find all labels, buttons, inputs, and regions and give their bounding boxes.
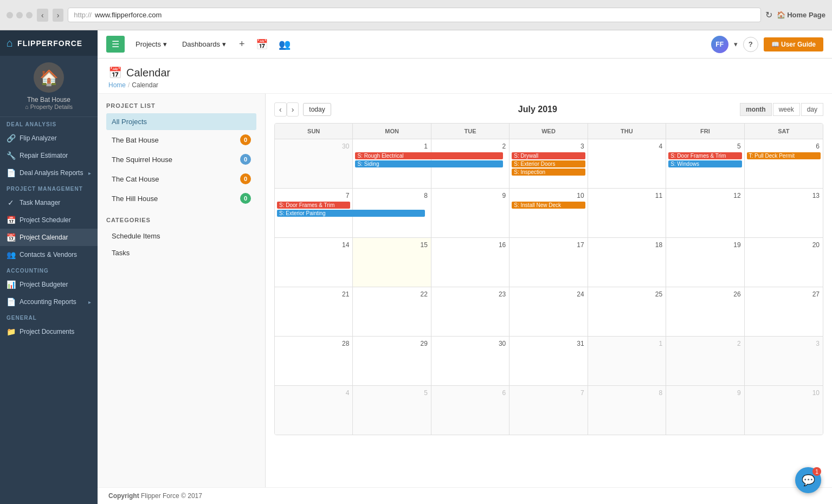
user-avatar[interactable]: FF [711, 36, 728, 53]
calendar-event[interactable]: T: Pull Deck Permit [747, 152, 821, 159]
calendar-cell[interactable]: 31 [509, 337, 588, 385]
sidebar-item-flip-analyzer[interactable]: 🔗 Flip Analyzer [0, 130, 98, 147]
add-button[interactable]: + [237, 36, 247, 52]
calendar-cell[interactable]: 14 [275, 238, 353, 287]
profile-property[interactable]: ⌂ Property Details [7, 104, 91, 110]
page-title-row: 📅 Calendar [108, 66, 821, 79]
calendar-nav-button[interactable]: 📅 [254, 36, 270, 53]
calendar-today-button[interactable]: today [303, 103, 331, 116]
calendar-cell[interactable]: 22 [353, 287, 431, 336]
calendar-cell[interactable]: 5 [353, 386, 431, 435]
sidebar-item-project-documents[interactable]: 📁 Project Documents [0, 323, 98, 340]
projects-nav-link[interactable]: Projects ▾ [131, 38, 171, 50]
calendar-cell[interactable]: 1 S: Rough Electrical S: Siding [353, 139, 431, 188]
sidebar-item-project-scheduler[interactable]: 📅 Project Scheduler [0, 211, 98, 229]
calendar-next-button[interactable]: › [287, 102, 299, 117]
calendar-cell[interactable]: 25 [588, 287, 666, 336]
calendar-prev-button[interactable]: ‹ [274, 102, 287, 117]
calendar-cell[interactable]: 20 [745, 238, 823, 287]
sidebar-item-contacts-vendors[interactable]: 👥 Contacts & Vendors [0, 246, 98, 263]
address-bar[interactable]: http:// www.flipperforce.com [68, 8, 760, 22]
calendar-cell[interactable]: 4 [275, 386, 353, 435]
calendar-week-view-button[interactable]: week [773, 103, 800, 116]
calendar-cell[interactable]: 21 [275, 287, 353, 336]
calendar-cell[interactable]: 28 [275, 337, 353, 385]
sidebar-profile: 🏠 The Bat House ⌂ Property Details [0, 56, 98, 117]
profile-name[interactable]: The Bat House [7, 96, 91, 104]
calendar-cell[interactable]: 8 [353, 189, 431, 237]
hamburger-button[interactable]: ☰ [106, 36, 125, 53]
calendar-week-1: 30 1 S: Rough Electrical S: Siding 2 [275, 139, 823, 189]
calendar-cell[interactable]: 2 [666, 337, 744, 385]
calendar-cell[interactable]: 30 [275, 139, 353, 188]
category-tasks[interactable]: Tasks [106, 244, 256, 261]
project-all-projects[interactable]: All Projects [106, 113, 256, 130]
calendar-cell[interactable]: 6 [431, 386, 509, 435]
calendar-cell[interactable]: 7 [509, 386, 588, 435]
calendar-cell[interactable]: 9 [431, 189, 509, 237]
project-name: The Bat House [112, 136, 159, 144]
project-hill-house[interactable]: The Hill House 0 [106, 189, 256, 208]
project-squirrel-house[interactable]: The Squirrel House 0 [106, 150, 256, 169]
calendar-cell[interactable]: 6 T: Pull Deck Permit [745, 139, 823, 188]
calendar-cell[interactable]: 1 [588, 337, 666, 385]
user-dropdown-arrow[interactable]: ▾ [734, 40, 738, 48]
chat-icon: 💬 [802, 474, 815, 487]
calendar-cell[interactable]: 26 [666, 287, 744, 336]
category-schedule-items[interactable]: Schedule Items [106, 228, 256, 244]
calendar-event[interactable]: S: Door Frames & Trim [668, 152, 741, 159]
sidebar-item-project-calendar[interactable]: 📆 Project Calendar [0, 229, 98, 246]
calendar-cell[interactable]: 27 [745, 287, 823, 336]
calendar-event[interactable]: S: Inspection [512, 169, 585, 176]
calendar-cell[interactable]: 23 [431, 287, 509, 336]
users-nav-button[interactable]: 👥 [276, 36, 293, 53]
sidebar-item-project-budgeter[interactable]: 📊 Project Budgeter [0, 276, 98, 293]
calendar-cell[interactable]: 5 S: Door Frames & Trim S: Windows [666, 139, 744, 188]
calendar-cell[interactable]: 3 S: Drywall S: Exterior Doors S: Inspec… [509, 139, 588, 188]
calendar-event[interactable]: S: Exterior Doors [512, 160, 585, 167]
project-cat-house[interactable]: The Cat House 0 [106, 169, 256, 189]
calendar-cell[interactable]: 16 [431, 238, 509, 287]
calendar-cell-today[interactable]: 15 [353, 238, 431, 287]
calendar-month-view-button[interactable]: month [740, 103, 772, 116]
calendar-cell[interactable]: 4 [588, 139, 666, 188]
calendar-day-view-button[interactable]: day [801, 103, 823, 116]
home-page-button[interactable]: 🏠 Home Page [777, 11, 825, 19]
calendar-cell[interactable]: 12 [666, 189, 744, 237]
user-guide-button[interactable]: 📖 User Guide [764, 37, 823, 51]
calendar-event[interactable]: S: Door Frames & Trim [277, 202, 350, 209]
calendar-cell[interactable]: 19 [666, 238, 744, 287]
sidebar-item-repair-estimator[interactable]: 🔧 Repair Estimator [0, 147, 98, 164]
calendar-cell[interactable]: 30 [431, 337, 509, 385]
sidebar-item-deal-analysis-reports[interactable]: 📄 Deal Analysis Reports ▸ [0, 164, 98, 182]
calendar-cell[interactable]: 2 [431, 139, 509, 188]
calendar-cell[interactable]: 10 S: Install New Deck [509, 189, 588, 237]
calendar-cell[interactable]: 9 [666, 386, 744, 435]
calendar-event-install-new-deck[interactable]: S: Install New Deck [512, 202, 585, 209]
sidebar-item-accounting-reports[interactable]: 📄 Accounting Reports ▸ [0, 293, 98, 311]
calendar-cell[interactable]: 7 S: Door Frames & Trim S: Exterior Pain… [275, 189, 353, 237]
chat-bubble-button[interactable]: 💬 1 [795, 467, 821, 493]
calendar-cell[interactable]: 3 [745, 337, 823, 385]
calendar-cell[interactable]: 24 [509, 287, 588, 336]
project-bat-house[interactable]: The Bat House 0 [106, 130, 256, 150]
breadcrumb-home-link[interactable]: Home [108, 81, 126, 89]
calendar-cell[interactable]: 17 [509, 238, 588, 287]
browser-back-button[interactable]: ‹ [37, 9, 48, 22]
sidebar-logo: ⌂ FLIPPERFORCE [0, 30, 98, 56]
main-content: ☰ Projects ▾ Dashboards ▾ + 📅 👥 FF ▾ ? 📖… [98, 30, 832, 504]
calendar-event[interactable]: S: Windows [668, 160, 741, 167]
reload-button[interactable]: ↻ [765, 10, 772, 20]
cell-date: 7 [512, 388, 585, 398]
calendar-event[interactable]: S: Drywall [512, 152, 585, 159]
calendar-cell[interactable]: 11 [588, 189, 666, 237]
calendar-cell[interactable]: 10 [745, 386, 823, 435]
calendar-cell[interactable]: 29 [353, 337, 431, 385]
help-button[interactable]: ? [743, 37, 758, 52]
calendar-cell[interactable]: 8 [588, 386, 666, 435]
calendar-cell[interactable]: 13 [745, 189, 823, 237]
browser-forward-button[interactable]: › [53, 9, 64, 22]
calendar-cell[interactable]: 18 [588, 238, 666, 287]
sidebar-item-task-manager[interactable]: ✓ Task Manager [0, 194, 98, 211]
dashboards-nav-link[interactable]: Dashboards ▾ [178, 38, 230, 50]
